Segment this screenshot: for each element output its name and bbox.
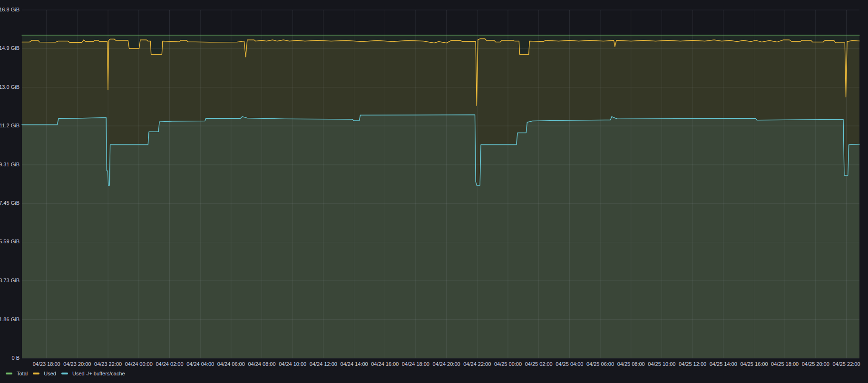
x-axis-tick-label: 04/24 14:00 <box>341 361 368 367</box>
x-axis-tick-label: 04/23 20:00 <box>63 361 91 367</box>
x-axis-tick-label: 04/25 12:00 <box>679 361 706 367</box>
y-axis-tick-label: 3.73 GiB <box>0 278 20 283</box>
x-axis-tick-label: 04/24 16:00 <box>371 361 399 367</box>
legend-item-used-buffers-cache[interactable]: Used -/+ buffers/cache <box>61 370 125 377</box>
x-axis-tick-label: 04/24 00:00 <box>125 361 153 367</box>
x-axis-tick-label: 04/23 22:00 <box>94 361 122 367</box>
series-fill-used-buffers-cache <box>22 115 859 358</box>
x-axis-tick-label: 04/25 20:00 <box>802 361 829 367</box>
x-axis-tick-label: 04/25 04:00 <box>556 361 583 367</box>
legend-swatch-used <box>33 373 39 374</box>
x-axis-tick-label: 04/24 06:00 <box>217 361 245 367</box>
legend-swatch-used-buffers-cache <box>61 373 68 374</box>
memory-usage-panel: 0 B1.86 GiB3.73 GiB5.59 GiB7.45 GiB9.31 … <box>0 0 868 383</box>
y-axis-tick-label: 7.45 GiB <box>0 200 20 206</box>
x-axis-tick-label: 04/25 06:00 <box>586 361 614 367</box>
legend-label: Used <box>44 370 56 377</box>
x-axis-tick-label: 04/24 04:00 <box>186 361 214 367</box>
x-axis-tick-label: 04/25 14:00 <box>710 361 737 367</box>
x-axis-tick-label: 04/23 18:00 <box>33 361 60 367</box>
x-axis-tick-label: 04/25 10:00 <box>648 361 675 367</box>
legend-label: Used -/+ buffers/cache <box>72 370 125 377</box>
x-axis-tick-label: 04/24 22:00 <box>463 361 491 367</box>
x-axis-tick-label: 04/24 02:00 <box>156 361 183 367</box>
x-axis-tick-label: 04/25 16:00 <box>740 361 768 367</box>
x-axis-tick-label: 04/25 00:00 <box>494 361 522 367</box>
x-axis-tick-label: 04/24 18:00 <box>402 361 429 367</box>
x-axis-tick-label: 04/24 20:00 <box>433 361 460 367</box>
x-axis-tick-label: 04/24 08:00 <box>248 361 275 367</box>
x-axis-tick-label: 04/24 10:00 <box>279 361 306 367</box>
x-axis-tick-label: 04/24 12:00 <box>310 361 337 367</box>
y-axis-tick-label: 5.59 GiB <box>0 239 20 244</box>
legend-swatch-total <box>6 373 12 374</box>
legend-item-used[interactable]: Used <box>33 370 56 377</box>
x-axis-tick-label: 04/25 18:00 <box>771 361 799 367</box>
y-axis-tick-label: 13.0 GiB <box>0 84 20 90</box>
memory-usage-chart[interactable]: 0 B1.86 GiB3.73 GiB5.59 GiB7.45 GiB9.31 … <box>0 0 868 383</box>
y-axis-tick-label: 1.86 GiB <box>0 316 20 322</box>
y-axis-tick-label: 9.31 GiB <box>0 162 20 167</box>
y-axis-tick-label: 16.8 GiB <box>0 7 20 12</box>
y-axis-tick-label: 11.2 GiB <box>0 123 20 128</box>
legend: TotalUsedUsed -/+ buffers/cache <box>6 370 125 377</box>
y-axis-tick-label: 14.9 GiB <box>0 45 20 51</box>
y-axis-tick-label: 0 B <box>11 355 20 361</box>
x-axis-tick-label: 04/25 08:00 <box>617 361 645 367</box>
legend-item-total[interactable]: Total <box>6 370 28 377</box>
x-axis-tick-label: 04/25 02:00 <box>525 361 553 367</box>
x-axis-tick-label: 04/25 22:00 <box>832 361 860 367</box>
legend-label: Total <box>17 370 28 377</box>
